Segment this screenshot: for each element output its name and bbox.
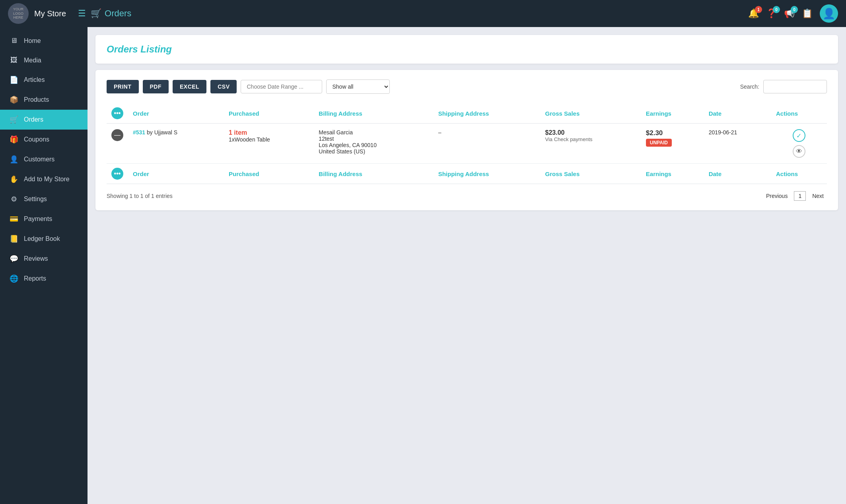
settings-icon: ⚙ xyxy=(10,195,18,204)
search-label: Search: xyxy=(740,83,759,90)
reports-icon: 🌐 xyxy=(10,274,18,283)
th-shipping: Shipping Address xyxy=(434,103,541,124)
sidebar-item-home[interactable]: 🖥 Home xyxy=(0,31,88,50)
sidebar-label-home: Home xyxy=(24,37,41,45)
sidebar-label-orders: Orders xyxy=(24,116,43,123)
print-button[interactable]: PRINT xyxy=(107,80,139,93)
csv-button[interactable]: CSV xyxy=(210,80,237,93)
payments-icon: 💳 xyxy=(10,215,18,223)
earnings-cell: $2.30 UNPAID xyxy=(641,124,704,164)
prev-button[interactable]: Previous xyxy=(763,191,791,201)
shipping-cell: – xyxy=(434,124,541,164)
th-icon: ••• xyxy=(107,103,128,124)
top-nav: YOUR LOGO HERE My Store ☰ 🛒 Orders 🔔 1 ❓… xyxy=(0,0,846,27)
sidebar-label-reports: Reports xyxy=(24,275,46,282)
sidebar-label-payments: Payments xyxy=(24,215,52,223)
th-actions: Actions xyxy=(771,103,827,124)
billing-cell: Mesail Garcia 12test Los Angeles, CA 900… xyxy=(314,124,433,164)
sidebar-item-media[interactable]: 🖼 Media xyxy=(0,50,88,70)
table-card: PRINT PDF EXCEL CSV Show all Paid Unpaid… xyxy=(95,70,838,210)
ledger-icon: 📒 xyxy=(10,235,18,243)
sidebar-item-products[interactable]: 📦 Products xyxy=(0,90,88,110)
sidebar-label-products: Products xyxy=(24,96,49,103)
table-footer-row: ••• Order Purchased Billing Address xyxy=(107,164,827,184)
products-icon: 📦 xyxy=(10,95,18,104)
pagination-bar: Showing 1 to 1 of 1 entries Previous 1 N… xyxy=(107,191,827,201)
view-button[interactable]: 👁 xyxy=(793,145,805,158)
footer-dots-icon: ••• xyxy=(111,168,123,180)
tf-order: Order xyxy=(128,164,224,184)
toolbar: PRINT PDF EXCEL CSV Show all Paid Unpaid… xyxy=(107,79,827,94)
media-icon: 🖼 xyxy=(10,56,18,64)
tf-earnings: Earnings xyxy=(641,164,704,184)
help-button[interactable]: ❓ 0 xyxy=(766,8,777,19)
purchased-count: 1 item xyxy=(229,129,309,136)
approve-button[interactable]: ✓ xyxy=(793,129,805,142)
excel-button[interactable]: EXCEL xyxy=(173,80,206,93)
reviews-icon: 💬 xyxy=(10,254,18,263)
tf-actions: Actions xyxy=(771,164,827,184)
hamburger-icon[interactable]: ☰ xyxy=(78,8,86,19)
store-name: My Store xyxy=(34,9,66,18)
show-all-select[interactable]: Show all Paid Unpaid Pending xyxy=(326,79,390,94)
page-title-nav: Orders xyxy=(105,8,131,19)
sidebar-label-media: Media xyxy=(24,57,41,64)
th-billing: Billing Address xyxy=(314,103,433,124)
coupons-icon: 🎁 xyxy=(10,135,18,144)
sidebar-label-add-to-store: Add to My Store xyxy=(24,176,70,183)
next-button[interactable]: Next xyxy=(809,191,827,201)
table-row: — #531 by Ujjawal S 1 item 1xWooden Tabl… xyxy=(107,124,827,164)
tf-shipping: Shipping Address xyxy=(434,164,541,184)
unpaid-badge: UNPAID xyxy=(646,139,672,147)
ledger-icon: 📋 xyxy=(802,8,813,18)
search-input[interactable] xyxy=(763,80,827,93)
sidebar-item-articles[interactable]: 📄 Articles xyxy=(0,70,88,90)
tf-billing: Billing Address xyxy=(314,164,433,184)
notifications-button[interactable]: 🔔 1 xyxy=(748,8,759,19)
purchased-detail: 1xWooden Table xyxy=(229,136,309,143)
gross-sales-cell: $23.00 Via Check payments xyxy=(541,124,641,164)
page-title: Orders Listing xyxy=(107,44,827,55)
sidebar-label-ledger: Ledger Book xyxy=(24,235,60,242)
sidebar-item-payments[interactable]: 💳 Payments xyxy=(0,209,88,229)
sidebar-item-reviews[interactable]: 💬 Reviews xyxy=(0,249,88,269)
th-date: Date xyxy=(704,103,771,124)
sidebar-item-settings[interactable]: ⚙ Settings xyxy=(0,189,88,209)
customers-icon: 👤 xyxy=(10,155,18,164)
cart-icon[interactable]: 🛒 xyxy=(91,8,101,19)
pdf-button[interactable]: PDF xyxy=(143,80,169,93)
sidebar-item-coupons[interactable]: 🎁 Coupons xyxy=(0,130,88,149)
help-badge: 0 xyxy=(773,6,780,13)
avatar-icon: 👤 xyxy=(823,8,835,20)
th-earnings: Earnings xyxy=(641,103,704,124)
header-dots-icon: ••• xyxy=(111,107,123,119)
th-purchased: Purchased xyxy=(224,103,314,124)
articles-icon: 📄 xyxy=(10,76,18,84)
home-icon: 🖥 xyxy=(10,37,18,45)
sidebar-item-customers[interactable]: 👤 Customers xyxy=(0,149,88,169)
date-range-input[interactable] xyxy=(241,80,322,93)
page-header-card: Orders Listing xyxy=(95,35,838,64)
th-order: Order xyxy=(128,103,224,124)
ledger-button[interactable]: 📋 xyxy=(802,8,813,19)
sidebar-item-reports[interactable]: 🌐 Reports xyxy=(0,269,88,289)
tf-icon: ••• xyxy=(107,164,128,184)
megaphone-button[interactable]: 📢 0 xyxy=(784,8,795,19)
logo: YOUR LOGO HERE xyxy=(8,3,29,24)
avatar[interactable]: 👤 xyxy=(820,4,838,23)
sidebar-item-ledger[interactable]: 📒 Ledger Book xyxy=(0,229,88,249)
actions-cell: ✓ 👁 xyxy=(771,124,827,164)
sidebar-label-settings: Settings xyxy=(24,196,47,203)
tf-date: Date xyxy=(704,164,771,184)
th-gross-sales: Gross Sales xyxy=(541,103,641,124)
order-link[interactable]: #531 xyxy=(133,129,145,136)
pagination-controls: Previous 1 Next xyxy=(763,191,827,201)
sidebar-item-orders[interactable]: 🛒 Orders xyxy=(0,110,88,130)
megaphone-badge: 0 xyxy=(791,6,798,13)
sidebar-item-add-to-store[interactable]: ✋ Add to My Store xyxy=(0,169,88,189)
page-number: 1 xyxy=(794,191,806,201)
main-content: Orders Listing PRINT PDF EXCEL CSV Show … xyxy=(88,27,846,504)
sidebar: 🖥 Home 🖼 Media 📄 Articles 📦 Products 🛒 O… xyxy=(0,27,88,504)
orders-table: ••• Order Purchased Billing Address xyxy=(107,103,827,184)
showing-text: Showing 1 to 1 of 1 entries xyxy=(107,193,173,199)
